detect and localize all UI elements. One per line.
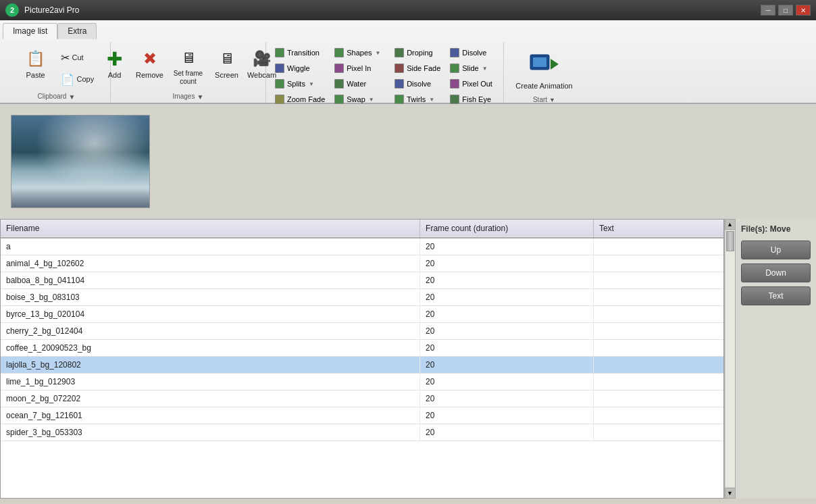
transition-item[interactable]: Water (330, 76, 389, 91)
cut-label: Cut (72, 53, 84, 61)
table-row[interactable]: ocean_7_bg_12160120 (1, 407, 723, 424)
text-column-header[interactable]: Text (593, 220, 723, 238)
table-row[interactable]: animal_4_bg_10260220 (1, 255, 723, 272)
transition-item[interactable]: Disolve (390, 76, 444, 91)
svg-marker-2 (551, 59, 559, 70)
maximize-button[interactable]: □ (778, 5, 793, 16)
transition-item-label: Wiggle (287, 64, 310, 72)
text-cell (593, 289, 723, 306)
filename-cell: a (1, 238, 420, 255)
transition-item[interactable]: Side Fade (390, 61, 444, 76)
frame-count-cell: 20 (420, 407, 594, 424)
transition-item[interactable]: Wiggle (270, 61, 329, 76)
transition-dropdown-icon: ▼ (369, 97, 374, 103)
transition-icon (334, 78, 345, 89)
transition-item-label: Swap (347, 95, 365, 103)
frame-count-column-header[interactable]: Frame count (duration) (420, 220, 594, 238)
table-row[interactable]: boise_3_bg_08310320 (1, 289, 723, 306)
frame-count-cell: 20 (420, 323, 594, 340)
ribbon-content: 📋 Paste ✂ Cut 📄 Copy Clipboard (0, 39, 816, 103)
close-button[interactable]: ✕ (796, 5, 811, 16)
filename-cell: byrce_13_bg_020104 (1, 306, 420, 323)
screen-button[interactable]: 🖥 Screen (210, 45, 244, 88)
transition-item[interactable]: Transition (270, 45, 329, 60)
images-expand-icon[interactable]: ▼ (197, 93, 203, 100)
frame-count-cell: 20 (420, 306, 594, 323)
transition-item[interactable]: Shapes▼ (330, 45, 389, 60)
transition-item[interactable]: Pixel Out (445, 76, 499, 91)
preview-area (0, 104, 816, 219)
transition-effects-group: TransitionShapes▼DropingDisolveWigglePix… (266, 42, 504, 103)
minimize-button[interactable]: ─ (761, 5, 775, 16)
start-expand-icon[interactable]: ▼ (549, 97, 555, 103)
transition-icon (334, 47, 345, 58)
remove-label: Remove (136, 71, 163, 79)
set-frame-count-label: Set frame count (170, 70, 207, 86)
table-row[interactable]: moon_2_bg_07220220 (1, 390, 723, 407)
table-row[interactable]: a20 (1, 238, 723, 255)
filename-cell: balboa_8_bg_041104 (1, 272, 420, 289)
filename-cell: cherry_2_bg_012404 (1, 323, 420, 340)
table-row[interactable]: balboa_8_bg_04110420 (1, 272, 723, 289)
transition-item-label: Slide (462, 64, 478, 72)
cut-button[interactable]: ✂ Cut (57, 47, 98, 68)
table-row[interactable]: coffee_1_20090523_bg20 (1, 340, 723, 357)
transition-icon (394, 94, 405, 105)
add-icon: ✚ (104, 48, 126, 70)
clipboard-expand-icon[interactable]: ▼ (68, 93, 75, 100)
copy-button[interactable]: 📄 Copy (57, 69, 98, 89)
add-button[interactable]: ✚ Add (98, 45, 132, 88)
paste-icon: 📋 (25, 48, 47, 70)
text-cell (593, 323, 723, 340)
tab-image-list[interactable]: Image list (3, 23, 57, 39)
transition-item[interactable]: Pixel In (330, 61, 389, 76)
transition-icon (394, 63, 405, 74)
filename-cell: lajolla_5_bg_120802 (1, 357, 420, 374)
filename-cell: lime_1_bg_012903 (1, 374, 420, 390)
ribbon: Image list Extra 📋 Paste ✂ Cut 📄 (0, 20, 816, 104)
frame-count-cell: 20 (420, 390, 594, 407)
table-row[interactable]: cherry_2_bg_01240420 (1, 323, 723, 340)
frame-count-cell: 20 (420, 238, 594, 255)
create-animation-button[interactable]: Create Animation (509, 45, 578, 93)
table-container: Filename Frame count (duration) Text a20… (0, 219, 816, 499)
table-row[interactable]: spider_3_bg_05330320 (1, 424, 723, 441)
transition-item[interactable]: Splits▼ (270, 76, 329, 91)
transition-item[interactable]: Slide▼ (445, 61, 499, 76)
scroll-thumb[interactable] (726, 231, 734, 251)
set-frame-count-button[interactable]: 🖥 Set frame count (168, 45, 209, 88)
scroll-track[interactable] (725, 230, 735, 487)
webcam-button[interactable]: 🎥 Webcam (245, 45, 279, 88)
up-button[interactable]: Up (741, 241, 811, 259)
remove-button[interactable]: ✖ Remove (133, 45, 167, 88)
text-cell (593, 272, 723, 289)
filename-column-header[interactable]: Filename (1, 220, 420, 238)
transition-item-label: Disolve (462, 49, 486, 57)
transition-item[interactable]: Disolve (445, 45, 499, 60)
table-row[interactable]: lajolla_5_bg_12080220 (1, 357, 723, 374)
add-label: Add (108, 71, 122, 79)
table-row[interactable]: lime_1_bg_01290320 (1, 374, 723, 390)
paste-button[interactable]: 📋 Paste (16, 45, 56, 88)
transition-item-label: Side Fade (407, 64, 440, 72)
transition-item-label: Transition (287, 49, 320, 57)
tab-extra[interactable]: Extra (57, 23, 97, 39)
transition-item[interactable]: Droping (390, 45, 444, 60)
down-button[interactable]: Down (741, 263, 811, 282)
text-cell (593, 238, 723, 255)
transition-dropdown-icon: ▼ (309, 81, 314, 87)
scroll-down-arrow[interactable]: ▼ (725, 488, 736, 499)
text-cell (593, 306, 723, 323)
text-cell (593, 374, 723, 390)
text-cell (593, 424, 723, 441)
table-row[interactable]: byrce_13_bg_02010420 (1, 306, 723, 323)
transition-item-label: Zoom Fade (287, 95, 325, 103)
scrollbar[interactable]: ▲ ▼ (724, 219, 735, 499)
clipboard-group: 📋 Paste ✂ Cut 📄 Copy Clipboard (3, 42, 111, 103)
scroll-up-arrow[interactable]: ▲ (725, 219, 736, 230)
transition-icon (449, 47, 460, 58)
text-button[interactable]: Text (741, 286, 811, 305)
transition-icon (449, 63, 460, 74)
filename-cell: spider_3_bg_053303 (1, 424, 420, 441)
copy-icon: 📄 (61, 73, 74, 86)
